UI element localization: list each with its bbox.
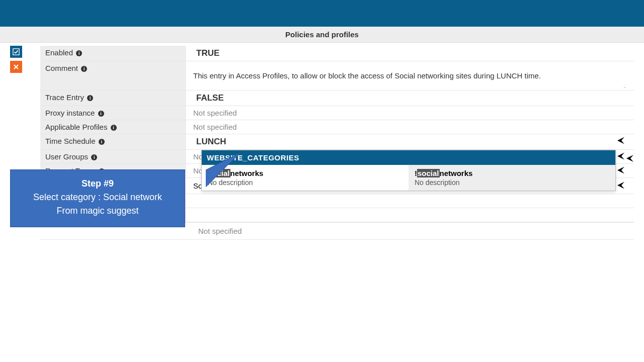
callout-line1: Select category : Social network bbox=[19, 191, 177, 204]
dropdown-body: socialnetworks No description !socialnet… bbox=[202, 165, 615, 191]
resize-handle-icon[interactable]: ..: bbox=[623, 83, 625, 89]
label-comment: Comment bbox=[45, 64, 78, 72]
row-applicable-profiles: Applicable Profiles i Not specified bbox=[40, 120, 634, 134]
value-trace-entry[interactable]: FALSE bbox=[186, 90, 634, 106]
value-action[interactable] bbox=[186, 208, 634, 222]
row-enabled: Enabled i TRUE bbox=[40, 46, 634, 61]
row-time-schedule: Time Schedule i LUNCH bbox=[40, 134, 634, 150]
info-icon[interactable]: i bbox=[98, 111, 104, 117]
callout-step: Step #9 bbox=[19, 177, 177, 191]
magic-suggest-dropdown: WEBSITE_CATEGORIES socialnetworks No des… bbox=[201, 150, 616, 191]
label-user-groups: User Groups bbox=[45, 152, 88, 161]
send-icon[interactable] bbox=[617, 137, 625, 147]
confirm-button[interactable] bbox=[10, 46, 22, 58]
send-icon[interactable] bbox=[626, 154, 634, 164]
row-proxy-instance: Proxy instance i Not specified bbox=[40, 106, 634, 120]
page-title: Policies and profiles bbox=[0, 27, 644, 43]
time-schedule-text: LUNCH bbox=[196, 137, 226, 146]
dropdown-item-not-socialnetworks[interactable]: !socialnetworks No description bbox=[409, 165, 615, 191]
send-icon[interactable] bbox=[617, 152, 625, 161]
send-icon[interactable] bbox=[617, 166, 625, 175]
unspecified-bottom: Not specified bbox=[191, 223, 634, 239]
info-icon[interactable]: i bbox=[76, 50, 82, 56]
label-proxy-instance: Proxy instance bbox=[45, 109, 95, 117]
svg-rect-0 bbox=[13, 49, 19, 55]
instruction-callout: Step #9 Select category : Social network… bbox=[10, 169, 185, 227]
value-enabled[interactable]: TRUE bbox=[186, 46, 634, 61]
value-response-types[interactable] bbox=[186, 194, 634, 208]
label-enabled: Enabled bbox=[45, 48, 73, 57]
value-time-schedule[interactable]: LUNCH bbox=[186, 134, 634, 150]
svg-marker-1 bbox=[206, 153, 240, 187]
info-icon[interactable]: i bbox=[91, 154, 97, 160]
info-icon[interactable]: i bbox=[99, 139, 105, 145]
send-icon[interactable] bbox=[617, 181, 625, 191]
value-applicable-profiles[interactable]: Not specified bbox=[186, 120, 634, 134]
match-suffix: networks bbox=[440, 169, 473, 177]
info-icon[interactable]: i bbox=[111, 125, 117, 131]
callout-line2: From magic suggest bbox=[19, 204, 177, 218]
side-action-icons bbox=[10, 46, 22, 73]
value-comment[interactable]: This entry in Access Profiles, to allow … bbox=[186, 61, 634, 90]
info-icon[interactable]: i bbox=[81, 66, 87, 72]
app-header-bar bbox=[0, 0, 644, 27]
row-trace-entry: Trace Entry i FALSE bbox=[40, 90, 634, 106]
dropdown-header: WEBSITE_CATEGORIES bbox=[202, 150, 615, 165]
value-proxy-instance[interactable]: Not specified bbox=[186, 106, 634, 120]
info-icon[interactable]: i bbox=[87, 95, 93, 101]
comment-text: This entry in Access Profiles, to allow … bbox=[193, 71, 541, 80]
match-highlight: social bbox=[417, 169, 440, 177]
label-trace-entry: Trace Entry bbox=[45, 93, 84, 102]
row-comment: Comment i This entry in Access Profiles,… bbox=[40, 61, 634, 90]
cancel-button[interactable] bbox=[10, 61, 22, 73]
label-time-schedule: Time Schedule bbox=[45, 137, 96, 145]
dropdown-item-desc: No description bbox=[415, 178, 609, 187]
label-applicable-profiles: Applicable Profiles bbox=[45, 123, 107, 131]
